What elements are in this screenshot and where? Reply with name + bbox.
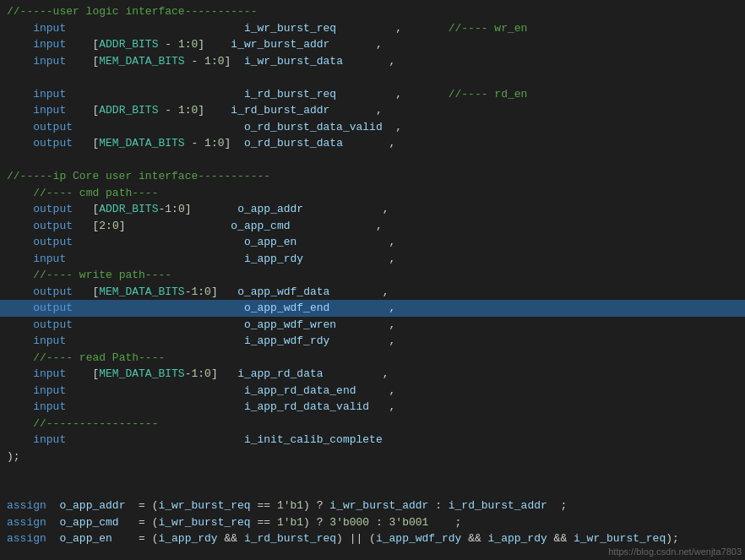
- code-line: assign o_app_cmd = (i_wr_burst_req == 1'…: [0, 514, 745, 531]
- code-line: input i_app_rd_data_end ,: [0, 383, 745, 400]
- code-line: //---- read Path----: [0, 350, 745, 367]
- code-line: [0, 481, 745, 498]
- code-line: //-----------------: [0, 416, 745, 432]
- code-line: output [MEM_DATA_BITS - 1:0] o_rd_burst_…: [0, 135, 745, 152]
- code-line: output o_rd_burst_data_valid ,: [0, 119, 745, 136]
- code-line: output [ADDR_BITS-1:0] o_app_addr ,: [0, 201, 745, 218]
- code-line: input [MEM_DATA_BITS - 1:0] i_wr_burst_d…: [0, 53, 745, 70]
- code-line: [0, 152, 745, 169]
- code-line: input i_app_rd_data_valid ,: [0, 399, 745, 416]
- code-line: assign o_app_addr = (i_wr_burst_req == 1…: [0, 497, 745, 514]
- code-line: input i_wr_burst_req , //---- wr_en: [0, 20, 745, 37]
- code-line: //-----user logic interface-----------: [0, 3, 745, 20]
- watermark: https://blog.csdn.net/wenjta7803: [608, 546, 742, 557]
- code-line: [0, 69, 745, 86]
- code-line: [0, 465, 745, 481]
- code-line: output o_app_en ,: [0, 234, 745, 251]
- code-line: output o_app_wdf_end ,: [0, 300, 745, 317]
- code-line: input [MEM_DATA_BITS-1:0] i_app_rd_data …: [0, 366, 745, 383]
- code-line: //---- write path----: [0, 267, 745, 284]
- code-line: input i_app_wdf_rdy ,: [0, 333, 745, 350]
- code-line: input [ADDR_BITS - 1:0] i_wr_burst_addr …: [0, 36, 745, 53]
- code-line: output [MEM_DATA_BITS-1:0] o_app_wdf_dat…: [0, 284, 745, 301]
- code-line: input i_rd_burst_req , //---- rd_en: [0, 86, 745, 103]
- code-line: //---- cmd path----: [0, 185, 745, 202]
- code-line: input i_app_rdy ,: [0, 251, 745, 268]
- code-line: );: [0, 449, 745, 465]
- code-line: input i_init_calib_complete: [0, 432, 745, 449]
- code-line: //-----ip Core user interface-----------: [0, 168, 745, 185]
- code-line: output [2:0] o_app_cmd ,: [0, 218, 745, 235]
- code-editor: //-----user logic interface----------- i…: [0, 0, 745, 560]
- code-line: output o_app_wdf_wren ,: [0, 317, 745, 334]
- code-line: assign o_app_en = (i_app_rdy && i_rd_bur…: [0, 530, 745, 547]
- code-line: input [ADDR_BITS - 1:0] i_rd_burst_addr …: [0, 102, 745, 119]
